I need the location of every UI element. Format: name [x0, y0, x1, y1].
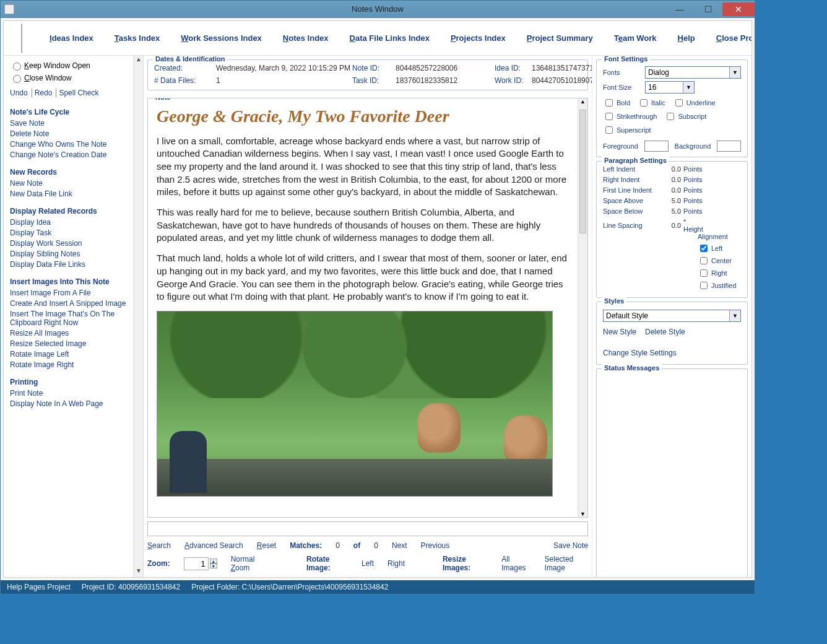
line-spacing-value[interactable]: 0.0 [659, 222, 681, 229]
reset-link[interactable]: Reset [257, 541, 276, 550]
new-style-link[interactable]: New Style [603, 328, 636, 336]
space-below-value[interactable]: 5.0 [659, 207, 681, 215]
status-messages-panel: Status Messages [596, 368, 748, 577]
menu-project-summary[interactable]: Project Summary [527, 33, 593, 43]
rotate-right-link[interactable]: Right [388, 559, 405, 568]
insert-image-from-file-link[interactable]: Insert Image From A File [10, 289, 127, 297]
note-editor[interactable]: George & Gracie, My Two Favorite Deer I … [148, 98, 578, 517]
delete-note-link[interactable]: Delete Note [10, 129, 127, 138]
top-menubar: Ideas Index Tasks Index Work Sessions In… [4, 21, 751, 56]
project-folder-value: C:\Users\Darren\Projects\400956931534842 [242, 583, 389, 591]
dates-legend: Dates & Identification [153, 56, 227, 63]
matches-label: Matches: [290, 541, 322, 550]
menu-notes-index[interactable]: Notes Index [283, 33, 329, 43]
menu-work-sessions-index[interactable]: Work Sessions Index [181, 33, 262, 43]
italic-checkbox[interactable]: Italic [638, 97, 665, 108]
new-note-link[interactable]: New Note [10, 179, 127, 188]
normal-zoom-link[interactable]: Normal Zoom [231, 555, 269, 572]
style-combo[interactable]: Default Style ▼ [603, 310, 741, 322]
left-scrollbar[interactable]: ▲ ▼ [134, 56, 144, 577]
project-id-value: 400956931534842 [118, 583, 180, 591]
subscript-checkbox[interactable]: Subscript [664, 111, 706, 122]
of-label: of [353, 541, 360, 550]
resize-all-link[interactable]: All Images [501, 555, 530, 572]
close-window-radio[interactable]: Close Window [10, 73, 127, 83]
resize-selected-link[interactable]: Selected Image [545, 555, 588, 572]
chevron-down-icon: ▼ [729, 310, 740, 321]
rotate-image-right-link[interactable]: Rotate Image Right [10, 360, 127, 369]
space-above-value[interactable]: 5.0 [659, 197, 681, 204]
scrollbar-thumb[interactable] [579, 110, 586, 233]
menu-projects-index[interactable]: Projects Index [451, 33, 506, 43]
work-id-label: Work ID: [495, 76, 532, 85]
note-scrollbar[interactable]: ▲ ▼ [578, 98, 587, 517]
menu-tasks-index[interactable]: Tasks Index [115, 33, 160, 43]
advanced-search-link[interactable]: Advanced Search [184, 541, 243, 550]
menu-help[interactable]: Help [678, 33, 695, 43]
status-messages-legend: Status Messages [602, 364, 662, 372]
save-note-link[interactable]: Save Note [10, 119, 127, 128]
insert-clipboard-image-link[interactable]: Insert The Image That's On The Clipboard… [10, 310, 127, 327]
resize-all-images-link[interactable]: Resize All Images [10, 329, 127, 337]
delete-style-link[interactable]: Delete Style [645, 328, 685, 336]
rotate-image-left-link[interactable]: Rotate Image Left [10, 350, 127, 359]
align-justified-checkbox[interactable]: Justified [698, 280, 741, 291]
zoom-stepper[interactable]: ▲▼ [210, 559, 217, 568]
app-window: Notes Window — ☐ ✕ Ideas Index Tasks Ind… [0, 0, 755, 594]
change-owner-link[interactable]: Change Who Owns The Note [10, 140, 127, 149]
insert-snipped-image-link[interactable]: Create And Insert A Snipped Image [10, 299, 127, 308]
note-title: George & Gracie, My Two Favorite Deer [157, 105, 569, 129]
previous-link[interactable]: Previous [421, 541, 450, 550]
first-line-value[interactable]: 0.0 [659, 186, 681, 194]
underline-checkbox[interactable]: Underline [673, 97, 716, 108]
foreground-swatch[interactable] [644, 141, 669, 152]
new-records-header: New Records [10, 168, 127, 176]
align-left-checkbox[interactable]: Left [698, 243, 741, 254]
search-link[interactable]: Search [147, 541, 171, 550]
next-link[interactable]: Next [392, 541, 407, 550]
display-data-file-links-link[interactable]: Display Data File Links [10, 260, 127, 269]
menu-close-program[interactable]: Close Program [716, 33, 752, 43]
display-idea-link[interactable]: Display Idea [10, 218, 127, 227]
rotate-left-link[interactable]: Left [362, 559, 374, 568]
left-indent-value[interactable]: 0.0 [659, 165, 681, 173]
spell-check-link[interactable]: Spell Check [59, 89, 102, 97]
left-indent-label: Left Indent [603, 165, 659, 173]
resize-selected-image-link[interactable]: Resize Selected Image [10, 339, 127, 348]
zoom-input[interactable] [184, 557, 209, 570]
font-family-combo[interactable]: Dialog ▼ [645, 66, 741, 79]
menu-data-file-links-index[interactable]: Data File Links Index [350, 33, 430, 43]
right-indent-value[interactable]: 0.0 [659, 176, 681, 183]
strikethrough-checkbox[interactable]: Strikethrough [603, 111, 657, 122]
display-work-session-link[interactable]: Display Work Session [10, 239, 127, 248]
new-data-file-link[interactable]: New Data File Link [10, 189, 127, 198]
redo-link[interactable]: Redo [35, 89, 57, 97]
keep-window-open-radio[interactable]: Keep Window Open [10, 61, 127, 71]
project-id-label: Project ID: [82, 583, 116, 591]
work-id-value: 804427051018907 [532, 76, 592, 85]
search-input[interactable] [147, 521, 588, 536]
menu-ideas-index[interactable]: Ideas Index [50, 33, 93, 43]
display-in-web-page-link[interactable]: Display Note In A Web Page [10, 399, 127, 408]
undo-link[interactable]: Undo [10, 89, 32, 97]
superscript-checkbox[interactable]: Superscript [603, 124, 651, 136]
font-size-combo[interactable]: 16 ▼ [645, 81, 695, 94]
change-date-link[interactable]: Change Note's Creation Date [10, 150, 127, 159]
note-image-deer [157, 311, 553, 497]
print-note-link[interactable]: Print Note [10, 389, 127, 398]
display-related-header: Display Related Records [10, 207, 127, 215]
display-task-link[interactable]: Display Task [10, 228, 127, 237]
save-note-action[interactable]: Save Note [553, 541, 588, 550]
note-paragraph: That much land, holds a whole lot of wil… [157, 252, 569, 303]
dates-identification-panel: Dates & Identification Created: Wednesda… [147, 59, 588, 90]
display-sibling-notes-link[interactable]: Display Sibling Notes [10, 250, 127, 258]
menu-team-work[interactable]: Team Work [614, 33, 657, 43]
bold-checkbox[interactable]: Bold [603, 97, 630, 108]
background-swatch[interactable] [717, 141, 741, 152]
align-center-checkbox[interactable]: Center [698, 255, 741, 266]
change-style-settings-link[interactable]: Change Style Settings [603, 349, 677, 357]
first-line-indent-label: First Line Indent [603, 186, 659, 194]
data-files-label: # Data Files: [154, 76, 216, 85]
align-right-checkbox[interactable]: Right [698, 268, 741, 279]
font-size-label: Font Size [603, 84, 640, 91]
